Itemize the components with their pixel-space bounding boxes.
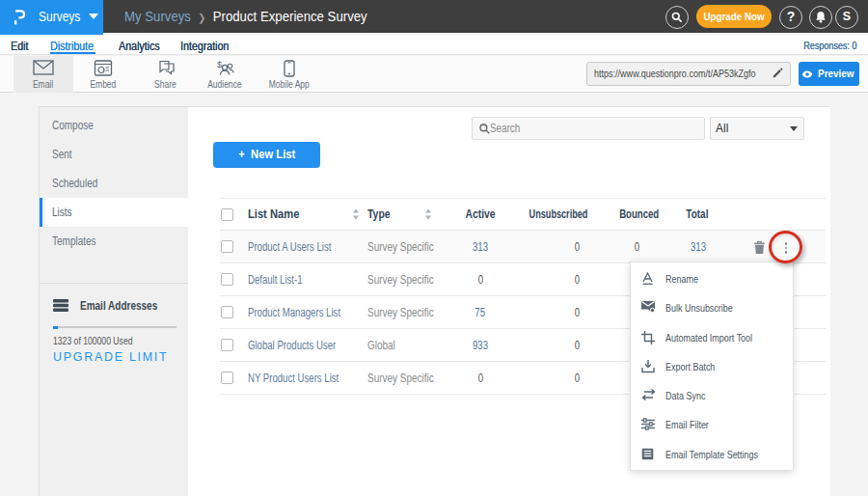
svg-text:$: $ xyxy=(217,60,222,69)
